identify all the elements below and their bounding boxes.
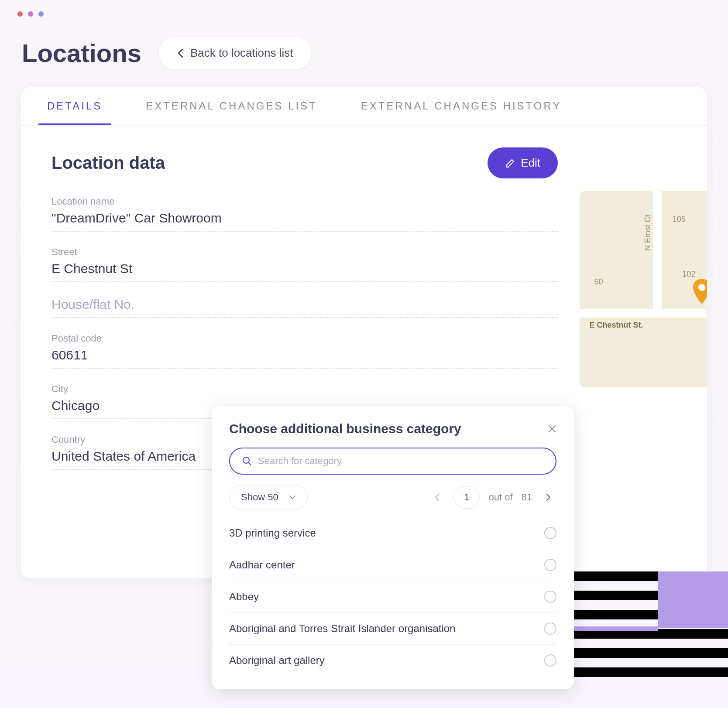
close-icon [548, 424, 556, 433]
field-street: Street E Chestnut St [52, 246, 558, 282]
tab-details[interactable]: DETAILS [38, 87, 111, 125]
radio-icon[interactable] [544, 559, 556, 571]
field-postal: Postal code 60611 [52, 333, 558, 369]
edit-button[interactable]: Edit [488, 147, 558, 178]
field-label: City [52, 383, 558, 395]
map-building-number: 50 [594, 277, 603, 287]
chevron-down-icon [289, 495, 296, 499]
window-maximize-dot[interactable] [38, 11, 44, 17]
field-label: Location name [52, 196, 558, 207]
page-title: Locations [22, 38, 141, 68]
field-house: House/flat No. [52, 297, 558, 318]
prev-page-button[interactable] [429, 490, 445, 505]
category-option[interactable]: Abbey [229, 581, 556, 613]
tab-external-changes-list[interactable]: EXTERNAL CHANGES LIST [137, 87, 326, 125]
map-street-label: N Ernst Ct [643, 215, 652, 251]
field-label: Street [52, 246, 558, 258]
option-list: 3D printing service Aadhar center Abbey … [229, 517, 556, 676]
chevron-right-icon [546, 493, 551, 501]
edit-button-label: Edit [521, 156, 540, 170]
radio-icon[interactable] [544, 654, 556, 667]
close-button[interactable] [548, 424, 556, 433]
field-value: House/flat No. [52, 297, 558, 318]
page-input[interactable] [453, 486, 480, 509]
map[interactable]: 876 105 102 50 N Ernst Ct E Chestnut St.… [580, 191, 707, 387]
field-value: E Chestnut St [52, 261, 558, 282]
option-label: Aboriginal and Torres Strait Islander or… [229, 622, 456, 635]
category-option[interactable]: 3D printing service [229, 517, 556, 549]
option-label: Aadhar center [229, 559, 295, 571]
option-label: Aboriginal art gallery [229, 654, 325, 667]
radio-icon[interactable] [544, 622, 556, 635]
pencil-icon [505, 158, 515, 168]
category-modal: Choose additional business category Show… [212, 406, 574, 689]
map-street-label: E Chestnut St. [589, 321, 643, 330]
radio-icon[interactable] [544, 591, 556, 603]
chevron-left-icon [177, 48, 183, 58]
show-select-label: Show 50 [241, 492, 278, 503]
window-minimize-dot[interactable] [28, 11, 33, 17]
category-option[interactable]: Aadhar center [229, 549, 556, 581]
field-label: Postal code [52, 333, 558, 344]
field-location-name: Location name "DreamDrive" Car Showroom [52, 196, 558, 232]
search-icon [242, 456, 252, 466]
tab-external-changes-history[interactable]: EXTERNAL CHANGES HISTORY [352, 87, 570, 125]
category-option[interactable]: Aboriginal and Torres Strait Islander or… [229, 613, 556, 645]
tabs: DETAILS EXTERNAL CHANGES LIST EXTERNAL C… [21, 87, 707, 126]
back-button[interactable]: Back to locations list [159, 37, 312, 69]
field-value: 60611 [52, 348, 558, 369]
radio-icon[interactable] [544, 527, 556, 539]
window-titlebar [0, 0, 728, 28]
map-building-number: 105 [673, 215, 686, 224]
search-wrap[interactable] [229, 448, 556, 475]
page-header: Locations Back to locations list [0, 28, 728, 87]
chevron-left-icon [434, 493, 440, 501]
show-select[interactable]: Show 50 [229, 485, 308, 510]
map-pin-icon [691, 279, 707, 305]
back-button-label: Back to locations list [190, 46, 293, 60]
pager-out-of: out of [488, 492, 512, 503]
field-value: "DreamDrive" Car Showroom [52, 211, 558, 232]
map-building-number: 102 [682, 270, 695, 279]
next-page-button[interactable] [541, 490, 556, 505]
map-column: 876 105 102 50 N Ernst Ct E Chestnut St.… [580, 147, 707, 557]
window-close-dot[interactable] [17, 11, 23, 17]
option-label: 3D printing service [229, 527, 316, 539]
location-data-title: Location data [52, 153, 165, 173]
svg-point-0 [698, 284, 705, 291]
option-label: Abbey [229, 591, 259, 603]
category-option[interactable]: Aboriginal art gallery [229, 645, 556, 676]
pager: Show 50 out of 81 [229, 485, 556, 510]
modal-title: Choose additional business category [229, 421, 461, 436]
pager-total: 81 [522, 492, 532, 503]
search-input[interactable] [258, 455, 543, 467]
